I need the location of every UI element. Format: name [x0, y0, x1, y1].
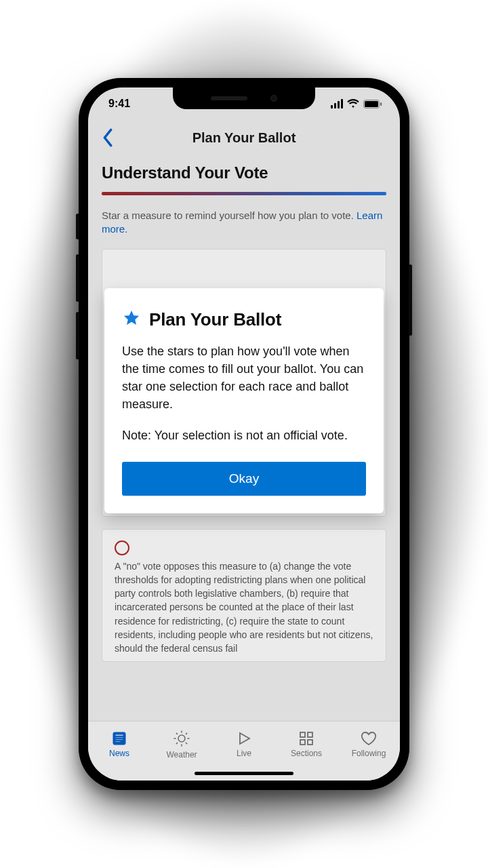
speaker-slot [211, 96, 247, 100]
modal-title: Plan Your Ballot [149, 309, 281, 330]
info-modal: Plan Your Ballot Use the stars to plan h… [104, 288, 384, 513]
modal-paragraph: Use the stars to plan how you'll vote wh… [122, 342, 366, 413]
side-button [76, 312, 79, 359]
side-button [76, 214, 79, 239]
okay-button[interactable]: Okay [122, 462, 366, 496]
notch [173, 87, 315, 109]
home-indicator[interactable] [195, 772, 293, 775]
front-camera [270, 95, 277, 102]
side-button [409, 264, 412, 336]
phone-frame: 9:41 Plan Your Bal [79, 78, 409, 790]
screen: 9:41 Plan Your Bal [88, 87, 400, 781]
star-icon [122, 309, 141, 330]
modal-paragraph: Note: Your selection is not an official … [122, 427, 366, 444]
modal-body: Use the stars to plan how you'll vote wh… [122, 342, 366, 444]
side-button [76, 254, 79, 302]
